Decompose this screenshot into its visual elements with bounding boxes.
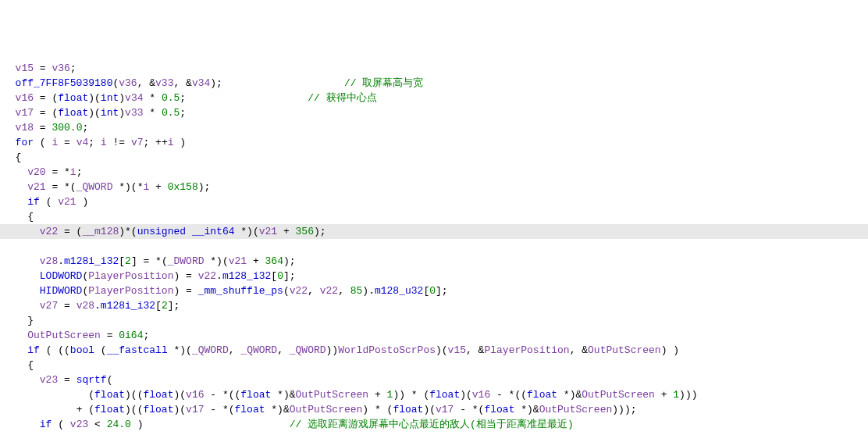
token-var: v4 (76, 137, 89, 148)
code-line[interactable]: v28.m128i_i32[2] = *(_DWORD *)(v21 + 364… (3, 255, 296, 267)
token-kw: for (16, 137, 34, 148)
token-type: float (235, 404, 265, 415)
token-op: *)(* (112, 181, 143, 193)
code-line[interactable]: if ( v21 ) (3, 196, 88, 208)
token-op: * (143, 92, 161, 104)
token-op: ; ++ (144, 137, 168, 148)
code-line[interactable]: v15 = v36; (3, 62, 76, 74)
token-op: ( (283, 285, 290, 297)
token-op: , & (570, 344, 588, 356)
token-op: = *( (46, 181, 76, 193)
code-line[interactable]: v23 = sqrtf( (3, 374, 112, 386)
token-num: 24.0 (107, 419, 131, 430)
token-op: + (277, 226, 295, 237)
code-line[interactable]: if ( v23 < 24.0 ) // 选取距离游戏屏幕中心点最近的敌人(相当… (3, 419, 574, 430)
code-line[interactable]: { (3, 152, 21, 163)
token-num: 356 (296, 226, 314, 237)
token-op: + (149, 181, 167, 193)
token-var: v23 (40, 374, 58, 386)
token-var: v22 (290, 285, 308, 297)
token-var: v17 (16, 107, 34, 119)
token-type: float (94, 389, 125, 401)
token-op (186, 226, 192, 237)
token-kw: if (27, 196, 40, 208)
token-op: )(( (125, 404, 143, 415)
token-op: ( (34, 137, 52, 148)
token-op: = ( (34, 92, 58, 104)
token-op: *)( (205, 255, 229, 267)
token-kw: if (27, 344, 40, 356)
token-var: v28 (76, 300, 94, 312)
code-line[interactable]: (float)((float)(v16 - *((float *)&OutPut… (3, 389, 698, 401)
token-func: off_7FF8F5039180 (16, 77, 113, 89)
token-op: )( (436, 344, 448, 356)
token-op: . (58, 255, 64, 267)
token-var: v21 (229, 255, 247, 267)
token-type: unsigned (137, 226, 186, 237)
token-op: ; (70, 62, 76, 74)
code-line[interactable]: for ( i = v4; i != v7; ++i ) (3, 137, 186, 148)
token-op: *)& (265, 404, 290, 415)
code-line[interactable]: v16 = (float)(int)v34 * 0.5; // 获得中心点 (3, 92, 377, 104)
token-var: v20 (27, 166, 45, 178)
token-num: 1 (673, 389, 679, 401)
token-op: ; (88, 137, 101, 148)
code-line[interactable]: off_7FF8F5039180(v36, &v33, &v34); // 取屏… (3, 77, 423, 89)
code-line[interactable]: v21 = *(_QWORD *)(*i + 0x158); (3, 181, 210, 193)
token-op: [ (271, 270, 277, 282)
token-op: ; (180, 107, 186, 119)
token-var: v7 (131, 137, 144, 148)
token-func: sqrtf (76, 374, 107, 386)
token-op: *)& (514, 404, 539, 415)
token-op: ); (198, 181, 211, 193)
token-op: *)& (557, 389, 582, 401)
token-op: = (101, 330, 119, 341)
token-var: v18 (16, 122, 34, 134)
token-op: ( (94, 344, 107, 356)
token-op: ) (119, 107, 125, 119)
token-var: v21 (58, 196, 76, 208)
token-op: ( (88, 389, 94, 401)
token-type: float (527, 389, 557, 401)
code-line[interactable]: v22 = (__m128)*(unsigned __int64 *)(v21 … (0, 224, 868, 239)
token-op: ) (131, 419, 290, 430)
code-line[interactable]: v17 = (float)(int)v33 * 0.5; (3, 107, 186, 119)
token-op: ); (314, 226, 326, 237)
token-op: )) * ( (393, 389, 429, 401)
token-type: __fastcall (107, 344, 168, 356)
token-var: PlayerPosition (88, 270, 173, 282)
token-var: OutPutScreen (296, 389, 369, 401)
token-op: = (58, 300, 76, 312)
token-op: , (308, 285, 320, 297)
code-line[interactable]: v20 = *i; (3, 166, 82, 178)
code-line[interactable]: v18 = 300.0; (3, 122, 88, 134)
token-op: * (143, 107, 161, 119)
token-op: + (247, 255, 265, 267)
code-editor[interactable]: v15 = v36; off_7FF8F5039180(v36, &v33, &… (0, 59, 868, 435)
code-line[interactable]: OutPutScreen = 0i64; (3, 330, 149, 341)
token-op: ; (180, 92, 308, 104)
code-line[interactable]: if ( ((bool (__fastcall *)(_QWORD, _QWOR… (3, 344, 679, 356)
token-op: < (88, 419, 106, 430)
token-var: v36 (119, 77, 137, 89)
code-line[interactable]: + (float)((float)(v17 - *(float *)&OutPu… (3, 404, 637, 415)
token-type: float (143, 389, 173, 401)
token-type2: _QWORD (290, 344, 326, 356)
token-type: __int64 (192, 226, 235, 237)
token-type2: _DWORD (168, 255, 205, 267)
token-op: [ (119, 255, 125, 267)
token-type: float (58, 92, 88, 104)
token-type: float (393, 404, 423, 415)
code-line[interactable]: } (3, 315, 34, 326)
token-op: ); (210, 77, 344, 89)
code-line[interactable]: { (3, 211, 34, 223)
token-op: . (94, 300, 101, 312)
code-line[interactable]: v27 = v28.m128i_i32[2]; (3, 300, 180, 312)
token-type2: _QWORD (76, 181, 113, 193)
code-line[interactable]: LODWORD(PlayerPosition) = v22.m128_i32[0… (3, 270, 296, 282)
code-line[interactable]: { (3, 359, 34, 371)
token-op: = (58, 374, 76, 386)
code-line[interactable]: HIDWORD(PlayerPosition) = _mm_shuffle_ps… (3, 285, 448, 297)
token-num: 2 (162, 300, 168, 312)
token-op: ]; (283, 270, 296, 282)
